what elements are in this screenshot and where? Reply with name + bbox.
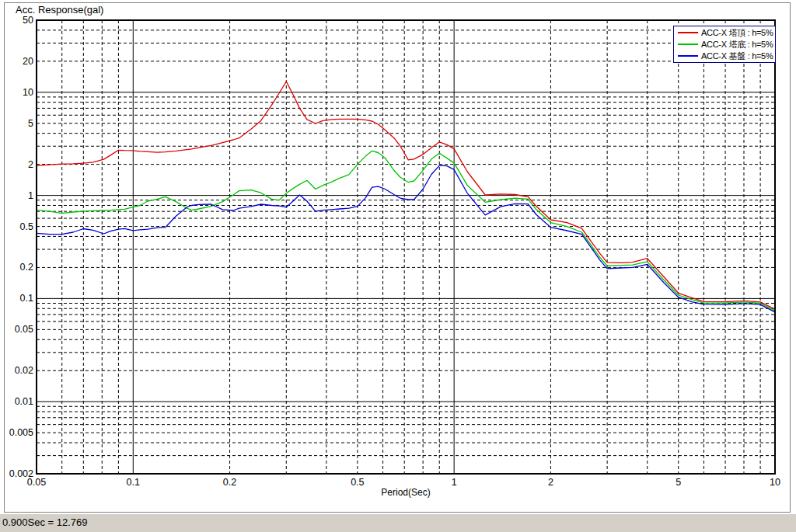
legend-label: ACC-X 基盤 : h=5% xyxy=(701,50,773,62)
major-gridlines xyxy=(37,20,775,474)
x-tick-label: 2 xyxy=(548,477,553,488)
spectrum-plot[interactable]: 0.050.10.20.512510 5020105210.50.20.10.0… xyxy=(0,0,796,513)
legend-item: ACC-X 基盤 : h=5% xyxy=(674,50,775,62)
y-tick-label: 0.002 xyxy=(9,468,33,479)
legend: ACC-X 塔頂 : h=5%ACC-X 塔底 : h=5%ACC-X 基盤 :… xyxy=(673,26,776,63)
x-tick-label: 10 xyxy=(770,477,780,488)
status-bar: 0.900Sec = 12.769 xyxy=(0,513,796,532)
plot-frame xyxy=(37,20,775,474)
x-tick-label: 5 xyxy=(676,477,681,488)
y-tick-label: 0.005 xyxy=(9,427,33,438)
y-tick-labels: 5020105210.50.20.10.050.020.010.0050.002 xyxy=(9,15,33,479)
x-tick-labels: 0.050.10.20.512510 xyxy=(27,477,780,488)
legend-item: ACC-X 塔底 : h=5% xyxy=(674,39,775,50)
y-tick-label: 0.1 xyxy=(20,293,33,304)
legend-line-swatch xyxy=(678,43,698,45)
y-tick-label: 2 xyxy=(28,159,33,170)
x-tick-label: 0.2 xyxy=(223,477,236,488)
y-tick-label: 0.05 xyxy=(15,324,33,335)
y-tick-label: 0.5 xyxy=(20,221,33,232)
spectrum-curves xyxy=(37,82,775,312)
y-tick-label: 5 xyxy=(28,118,33,129)
status-text: 0.900Sec = 12.769 xyxy=(2,516,88,528)
legend-item: ACC-X 塔頂 : h=5% xyxy=(674,27,775,39)
legend-line-swatch xyxy=(678,55,698,57)
y-tick-label: 0.2 xyxy=(20,262,33,273)
x-tick-label: 0.5 xyxy=(351,477,364,488)
y-tick-label: 20 xyxy=(23,56,33,67)
y-tick-label: 10 xyxy=(23,87,33,98)
y-tick-label: 0.02 xyxy=(15,365,33,376)
x-tick-label: 1 xyxy=(452,477,457,488)
series-line-2 xyxy=(37,165,775,312)
legend-line-swatch xyxy=(678,32,698,33)
y-tick-label: 1 xyxy=(28,190,33,201)
legend-label: ACC-X 塔底 : h=5% xyxy=(701,39,773,50)
y-tick-label: 50 xyxy=(23,15,33,26)
y-tick-label: 0.01 xyxy=(15,396,33,407)
x-axis-label: Period(Sec) xyxy=(37,487,775,498)
legend-label: ACC-X 塔頂 : h=5% xyxy=(701,27,773,39)
series-line-1 xyxy=(37,151,775,311)
minor-gridlines xyxy=(37,20,775,474)
x-tick-label: 0.1 xyxy=(127,477,140,488)
